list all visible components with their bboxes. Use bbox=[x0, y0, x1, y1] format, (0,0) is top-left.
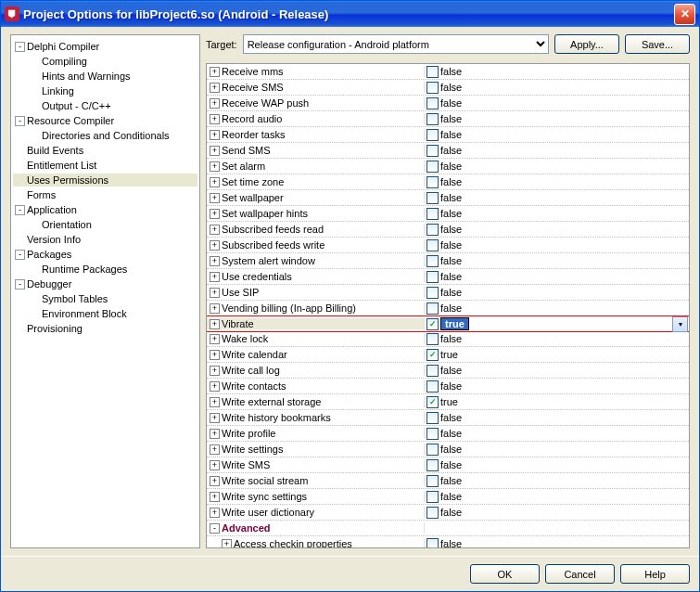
grid-row[interactable]: +Write SMSfalse bbox=[207, 457, 689, 473]
tree-item[interactable]: Entitlement List bbox=[13, 158, 197, 173]
row-expander-icon[interactable]: + bbox=[210, 193, 220, 203]
tree-item[interactable]: -Debugger bbox=[13, 277, 197, 291]
tree-item[interactable]: Build Events bbox=[13, 143, 197, 158]
apply-button[interactable]: Apply... bbox=[554, 34, 619, 54]
help-button[interactable]: Help bbox=[620, 564, 690, 584]
close-button[interactable]: ✕ bbox=[674, 4, 695, 25]
grid-row[interactable]: +Use SIPfalse bbox=[207, 285, 689, 301]
grid-row[interactable]: +Access checkin propertiesfalse bbox=[207, 536, 689, 547]
tree-item[interactable]: Orientation bbox=[13, 217, 197, 232]
grid-row[interactable]: +Subscribed feeds readfalse bbox=[207, 222, 689, 238]
expander-icon[interactable]: - bbox=[15, 279, 25, 290]
row-expander-icon[interactable]: + bbox=[210, 240, 220, 251]
expander-icon[interactable]: - bbox=[15, 205, 25, 215]
value-checkbox[interactable] bbox=[426, 365, 439, 377]
row-expander-icon[interactable]: + bbox=[210, 366, 220, 376]
value-checkbox[interactable] bbox=[426, 82, 439, 94]
row-expander-icon[interactable]: + bbox=[210, 225, 220, 235]
row-expander-icon[interactable]: + bbox=[210, 256, 220, 266]
grid-row[interactable]: +Write user dictionaryfalse bbox=[207, 505, 689, 521]
row-expander-icon[interactable]: + bbox=[210, 413, 220, 423]
value-checkbox[interactable] bbox=[426, 507, 439, 519]
row-expander-icon[interactable]: + bbox=[210, 114, 220, 124]
row-expander-icon[interactable]: + bbox=[210, 476, 220, 486]
tree-item[interactable]: Version Info bbox=[13, 232, 197, 247]
tree-item[interactable]: -Delphi Compiler bbox=[13, 39, 197, 54]
row-expander-icon[interactable]: + bbox=[210, 508, 220, 518]
value-checkbox[interactable] bbox=[426, 145, 439, 157]
row-expander-icon[interactable]: + bbox=[222, 539, 232, 548]
value-checkbox[interactable] bbox=[426, 239, 439, 251]
tree-item[interactable]: Directories and Conditionals bbox=[13, 128, 197, 143]
grid-row[interactable]: +Set alarmfalse bbox=[207, 159, 689, 174]
expander-icon[interactable]: - bbox=[15, 250, 25, 260]
row-expander-icon[interactable]: + bbox=[210, 397, 220, 407]
tree-item[interactable]: Forms bbox=[13, 187, 197, 202]
value-checkbox[interactable] bbox=[426, 192, 439, 204]
value-checkbox[interactable] bbox=[426, 538, 439, 548]
grid-row[interactable]: +System alert windowfalse bbox=[207, 253, 689, 269]
tree-item[interactable]: -Application bbox=[13, 202, 197, 217]
value-checkbox[interactable] bbox=[426, 224, 439, 236]
row-expander-icon[interactable]: + bbox=[210, 288, 220, 298]
nav-tree[interactable]: -Delphi CompilerCompilingHints and Warni… bbox=[10, 34, 200, 548]
grid-row[interactable]: +Write history bookmarksfalse bbox=[207, 410, 689, 426]
row-expander-icon[interactable]: + bbox=[210, 98, 220, 109]
grid-row[interactable]: +Write call logfalse bbox=[207, 363, 689, 379]
tree-item[interactable]: Runtime Packages bbox=[13, 262, 197, 277]
row-expander-icon[interactable]: + bbox=[210, 272, 220, 282]
tree-item[interactable]: Uses Permissions bbox=[13, 173, 197, 187]
grid-row[interactable]: +Write social streamfalse bbox=[207, 473, 689, 489]
row-expander-icon[interactable]: + bbox=[210, 130, 220, 140]
grid-row[interactable]: +Subscribed feeds writefalse bbox=[207, 238, 689, 253]
tree-item[interactable]: Provisioning bbox=[13, 321, 197, 336]
value-checkbox[interactable] bbox=[426, 208, 439, 220]
grid-row[interactable]: +Wake lockfalse bbox=[207, 331, 689, 347]
tree-item[interactable]: Hints and Warnings bbox=[13, 69, 197, 84]
tree-item[interactable]: Symbol Tables bbox=[13, 291, 197, 306]
grid-row[interactable]: +Set wallpaper hintsfalse bbox=[207, 206, 689, 222]
grid-row[interactable]: +Write calendartrue bbox=[207, 347, 689, 363]
value-checkbox[interactable] bbox=[426, 444, 439, 456]
grid-row[interactable]: +Vibratetrue▾ bbox=[207, 315, 689, 332]
row-expander-icon[interactable]: + bbox=[210, 67, 220, 77]
value-checkbox[interactable] bbox=[426, 349, 439, 361]
row-expander-icon[interactable]: + bbox=[210, 381, 220, 392]
value-checkbox[interactable] bbox=[426, 97, 439, 109]
row-expander-icon[interactable]: + bbox=[210, 460, 220, 470]
grid-row[interactable]: +Receive SMSfalse bbox=[207, 80, 689, 96]
row-expander-icon[interactable]: + bbox=[210, 444, 220, 455]
value-checkbox[interactable] bbox=[426, 302, 439, 315]
row-expander-icon[interactable]: + bbox=[210, 209, 220, 219]
grid-row[interactable]: +Write settingsfalse bbox=[207, 442, 689, 457]
row-expander-icon[interactable]: + bbox=[210, 177, 220, 187]
value-checkbox[interactable] bbox=[426, 428, 439, 440]
grid-row[interactable]: +Reorder tasksfalse bbox=[207, 127, 689, 143]
save-button[interactable]: Save... bbox=[625, 34, 690, 54]
value-checkbox[interactable] bbox=[426, 475, 439, 487]
grid-row[interactable]: +Write external storagetrue bbox=[207, 394, 689, 410]
row-expander-icon[interactable]: + bbox=[210, 303, 220, 314]
dropdown-icon[interactable]: ▾ bbox=[672, 316, 688, 332]
ok-button[interactable]: OK bbox=[470, 564, 540, 584]
grid-row[interactable]: +Vending billing (In-app Billing)false bbox=[207, 301, 689, 316]
tree-item[interactable]: Linking bbox=[13, 84, 197, 98]
row-expander-icon[interactable]: + bbox=[210, 319, 220, 329]
grid-row[interactable]: +Receive mmsfalse bbox=[207, 64, 689, 80]
value-checkbox[interactable] bbox=[426, 287, 439, 299]
tree-item[interactable]: -Resource Compiler bbox=[13, 113, 197, 128]
value-checkbox[interactable] bbox=[426, 412, 439, 424]
value-checkbox[interactable] bbox=[426, 318, 439, 330]
value-checkbox[interactable] bbox=[426, 66, 439, 78]
target-select[interactable]: Release configuration - Android platform bbox=[243, 34, 549, 54]
titlebar[interactable]: ⛊ Project Options for libProject6.so (An… bbox=[1, 1, 699, 27]
value-checkbox[interactable] bbox=[426, 459, 439, 471]
grid-row[interactable]: -Advanced bbox=[207, 521, 689, 536]
grid-row[interactable]: +Receive WAP pushfalse bbox=[207, 96, 689, 111]
expander-icon[interactable]: - bbox=[15, 116, 25, 126]
grid-row[interactable]: +Record audiofalse bbox=[207, 111, 689, 127]
value-checkbox[interactable] bbox=[426, 396, 439, 408]
value-checkbox[interactable] bbox=[426, 255, 439, 267]
value-checkbox[interactable] bbox=[426, 129, 439, 141]
expander-icon[interactable]: - bbox=[15, 42, 25, 52]
